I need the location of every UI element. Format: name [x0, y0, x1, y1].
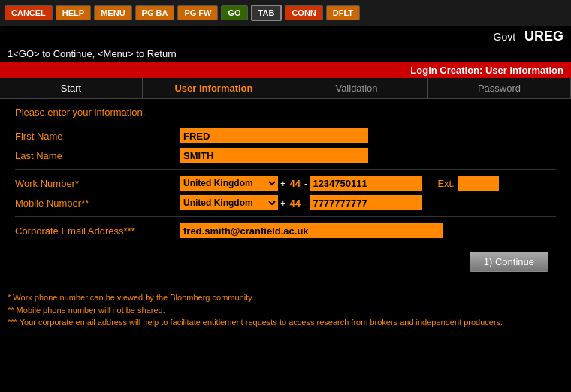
toolbar: CANCEL HELP MENU PG BA PG FW GO TAB CONN… [0, 0, 571, 26]
red-banner: Login Creation: User Information [0, 62, 571, 78]
first-name-row: First Name [15, 128, 556, 143]
ext-label: Ext. [437, 178, 454, 189]
email-input[interactable] [180, 223, 443, 238]
work-number-row: Work Number* United Kingdom + 44 - Ext. [15, 176, 556, 191]
mobile-dash-sep: - [304, 198, 307, 209]
last-name-input[interactable] [180, 148, 368, 163]
menu-button[interactable]: MENU [94, 5, 131, 20]
nav-line: 1<GO> to Continue, <Menu> to Return [0, 47, 571, 62]
dflt-button[interactable]: DFLT [326, 5, 360, 20]
last-name-row: Last Name [15, 148, 556, 163]
tab-password[interactable]: Password [428, 78, 571, 98]
conn-button[interactable]: CONN [285, 5, 322, 20]
footnote-1: * Work phone number can be viewed by the… [8, 291, 563, 304]
footnote-2: ** Mobile phone number will not be share… [8, 304, 563, 317]
first-name-label: First Name [15, 131, 180, 142]
help-button[interactable]: HELP [56, 5, 91, 20]
cancel-button[interactable]: CANCEL [5, 5, 53, 20]
footnote-3: *** Your corporate email address will he… [8, 316, 563, 329]
nav-text: 1<GO> to Continue, <Menu> to Return [8, 48, 177, 59]
continue-button[interactable]: 1) Continue [470, 252, 548, 272]
instruction-text: Please enter your information. [15, 107, 556, 118]
mobile-number-row: Mobile Number** United Kingdom + 44 - [15, 195, 556, 210]
footnotes: * Work phone number can be viewed by the… [0, 287, 571, 329]
work-country-code: 44 [290, 178, 301, 189]
email-label: Corporate Email Address*** [15, 225, 180, 237]
mobile-country-code: 44 [290, 198, 301, 209]
govt-label: Govt [494, 31, 516, 43]
work-number-label: Work Number* [15, 178, 180, 189]
pgfw-button[interactable]: PG FW [177, 5, 218, 20]
tab-validation[interactable]: Validation [286, 78, 428, 98]
go-button[interactable]: GO [221, 5, 247, 20]
last-name-label: Last Name [15, 150, 180, 161]
work-number-input[interactable] [310, 176, 422, 191]
tab-button[interactable]: TAB [251, 5, 282, 21]
tab-user-information[interactable]: User Information [143, 78, 286, 98]
first-name-input[interactable] [180, 128, 368, 143]
mobile-number-input[interactable] [310, 195, 422, 210]
ext-input[interactable] [458, 176, 499, 191]
main-content: Please enter your information. First Nam… [0, 99, 571, 287]
banner-text: Login Creation: User Information [410, 65, 563, 76]
work-plus-sep: + [280, 178, 286, 189]
work-country-select[interactable]: United Kingdom [180, 176, 278, 191]
mobile-number-label: Mobile Number** [15, 198, 180, 209]
pgba-button[interactable]: PG BA [135, 5, 175, 20]
mobile-country-select[interactable]: United Kingdom [180, 195, 278, 210]
tab-start[interactable]: Start [0, 78, 143, 98]
email-row: Corporate Email Address*** [15, 223, 556, 238]
header-right: Govt UREG [494, 29, 563, 44]
tabs-row: Start User Information Validation Passwo… [0, 78, 571, 99]
header-row: Govt UREG [0, 26, 571, 47]
mobile-plus-sep: + [280, 198, 286, 209]
continue-row: 1) Continue [15, 252, 556, 272]
app-label: UREG [524, 29, 563, 44]
work-dash-sep: - [304, 178, 307, 189]
